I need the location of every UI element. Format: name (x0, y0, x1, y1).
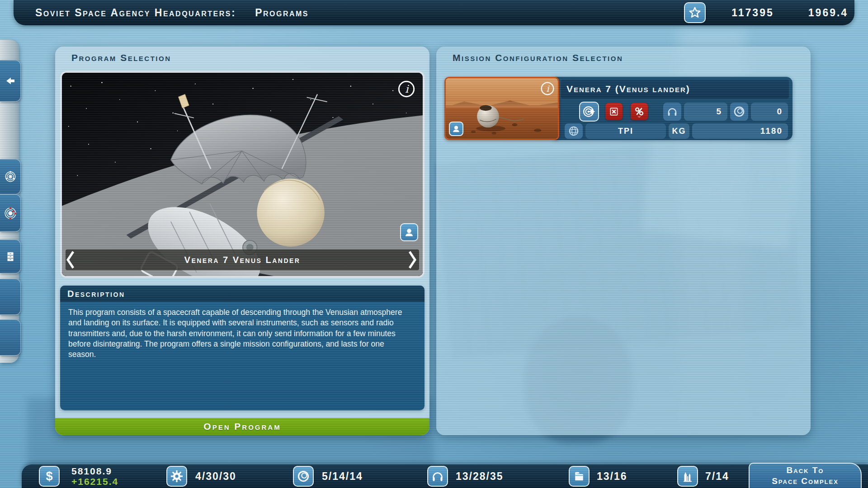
sidebar-blank-tab-1[interactable] (0, 279, 21, 315)
mission-no-abort-chip (605, 103, 623, 120)
funds-value: 58108.9 (71, 466, 118, 476)
carousel-prev-button[interactable] (65, 250, 78, 270)
funds-block: 58108.9 +16215.4 (71, 466, 118, 487)
headphones-icon (431, 469, 444, 483)
mission-crew-requirements: 5 0 (663, 103, 788, 121)
bottom-resource-bar: $ 58108.9 +16215.4 4/30/30 5/14/14 (22, 465, 868, 488)
astronaut-helmet-icon (297, 469, 310, 483)
mission-panel-header: Mission Configuration Selection (453, 52, 623, 63)
file-cabinet-icon (5, 250, 16, 263)
globe-icon (568, 125, 580, 137)
sidebar-blank-tab-2[interactable] (0, 319, 21, 356)
portrait-icon (403, 226, 415, 238)
controllers-chip (427, 466, 448, 487)
description-text: This program consists of a spacecraft ca… (60, 302, 417, 360)
maneuver-type-label: TPI (585, 123, 666, 139)
engineers-count: 4/30/30 (195, 465, 236, 488)
open-program-button[interactable]: Open Program (55, 418, 429, 435)
chevron-left-icon (65, 250, 76, 270)
svg-text:i: i (405, 83, 409, 95)
mission-title: Venera 7 (Venus lander) (561, 80, 789, 99)
back-button-line1: Back To (787, 465, 824, 476)
astronauts-count: 5/14/14 (322, 465, 363, 488)
mission-configuration-panel: Mission Configuration Selection (436, 47, 811, 435)
program-info-icon[interactable]: i (397, 80, 415, 98)
program-portrait-badge (400, 223, 418, 241)
back-to-space-complex-button[interactable]: Back To Space Complex (749, 463, 862, 488)
description-panel: Description This program consists of a s… (60, 286, 425, 410)
funds-chip: $ (39, 466, 60, 487)
boxed-x-icon (608, 106, 620, 117)
engineers-chip (166, 466, 187, 487)
left-arrow-icon (4, 75, 17, 86)
controllers-icon-chip (663, 103, 681, 121)
percent-icon (633, 105, 646, 118)
svg-text:i: i (547, 84, 550, 94)
mission-thumbnail[interactable]: i (444, 77, 559, 140)
spacecraft-render (62, 73, 423, 276)
back-button-line2: Space Complex (772, 476, 839, 487)
program-selection-panel: Program Selection (55, 47, 429, 435)
prestige-value: 117395 (712, 0, 793, 25)
astronaut-helmet-icon (733, 105, 745, 118)
mission-info-icon[interactable]: i (540, 81, 555, 96)
top-bar: Soviet Space Agency Headquarters: Progra… (14, 0, 854, 25)
crew-required-value: 0 (751, 103, 788, 121)
funds-delta: +16215.4 (71, 476, 118, 487)
orbit-dots-icon (4, 170, 17, 183)
planet-icon-chip (565, 123, 583, 139)
crew-icon-chip (730, 103, 748, 121)
mission-trajectory-chip (579, 102, 599, 122)
mission-type-icons (579, 102, 648, 122)
orbit-alert-icon (4, 206, 17, 220)
info-icon: i (540, 81, 555, 96)
mass-value: 1180 (692, 123, 788, 139)
star-icon (688, 6, 702, 19)
sidebar-back-tab[interactable] (0, 60, 21, 102)
rockets-icon (681, 469, 694, 483)
page-title: Soviet Space Agency Headquarters: Progra… (35, 0, 309, 25)
prestige-star-icon (684, 2, 706, 23)
controllers-required-value: 5 (684, 103, 727, 121)
program-image-frame: i Venera 7 Venus Lander (60, 71, 425, 278)
sidebar-archive-tab[interactable] (0, 239, 21, 273)
headphones-icon (666, 106, 678, 117)
chevron-right-icon (406, 250, 418, 270)
dollar-icon: $ (46, 469, 52, 483)
page-title-location: Soviet Space Agency Headquarters: (35, 7, 236, 19)
description-header: Description (60, 286, 425, 302)
mission-stats-row: TPI KG 1180 (565, 123, 788, 139)
mission-card: i Venera 7 (Venus lander) (444, 77, 793, 140)
program-carousel: Venera 7 Venus Lander (66, 249, 419, 270)
rockets-count: 7/14 (705, 465, 729, 488)
info-icon: i (397, 80, 415, 98)
programs-chip (569, 466, 590, 487)
mission-card-body: Venera 7 (Venus lander) (555, 77, 793, 140)
sidebar-orbit-alerts-tab[interactable] (0, 194, 21, 232)
file-box-icon (573, 470, 585, 483)
mission-portrait-badge (449, 122, 463, 136)
carousel-next-button[interactable] (406, 250, 420, 270)
carousel-program-name: Venera 7 Venus Lander (184, 255, 301, 265)
astronauts-chip (293, 466, 314, 487)
portrait-icon (451, 124, 461, 134)
controllers-count: 13/28/35 (456, 465, 504, 488)
game-date: 1969.4 (788, 0, 868, 25)
orbit-target-icon (582, 105, 596, 118)
program-panel-header: Program Selection (71, 52, 171, 63)
sidebar (0, 40, 19, 363)
gear-icon (170, 469, 184, 483)
page-title-section: Programs (255, 7, 309, 19)
rockets-chip (677, 466, 698, 487)
mass-unit-label: KG (669, 123, 689, 139)
mission-percent-chip (631, 103, 648, 120)
programs-count: 13/16 (597, 465, 627, 488)
sidebar-orbit-tracking-tab[interactable] (0, 159, 21, 194)
